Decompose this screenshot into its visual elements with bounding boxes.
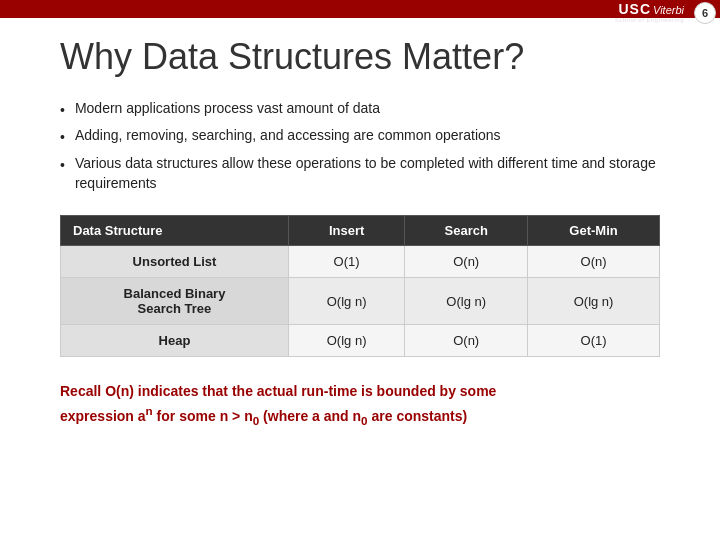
cell-heap-getmin: O(1) [528,325,660,357]
bullet-text-3: Various data structures allow these oper… [75,153,660,194]
page-title: Why Data Structures Matter? [60,36,660,78]
usc-logo: USC Viterbi School of Engineering [615,1,684,23]
cell-bst-getmin: O(lg n) [528,278,660,325]
cell-heap-insert: O(lg n) [288,325,404,357]
list-item: • Various data structures allow these op… [60,153,660,194]
bullet-dot: • [60,155,65,175]
table-header-row: Data Structure Insert Search Get-Min [61,216,660,246]
bullet-dot: • [60,127,65,147]
recall-text: Recall O(n) indicates that the actual ru… [60,383,496,424]
cell-bst-search: O(lg n) [405,278,528,325]
main-content: Why Data Structures Matter? • Modern app… [0,18,720,449]
usc-text: USC [618,1,651,17]
cell-unsorted-insert: O(1) [288,246,404,278]
bullet-dot: • [60,100,65,120]
list-item: • Adding, removing, searching, and acces… [60,125,660,147]
logo-main: USC Viterbi [618,1,684,17]
cell-bst-name: Balanced BinarySearch Tree [61,278,289,325]
col-header-structure: Data Structure [61,216,289,246]
page-number: 6 [694,2,716,24]
cell-unsorted-name: Unsorted List [61,246,289,278]
bullet-list: • Modern applications process vast amoun… [60,98,660,193]
bullet-text-1: Modern applications process vast amount … [75,98,380,118]
list-item: • Modern applications process vast amoun… [60,98,660,120]
cell-unsorted-search: O(n) [405,246,528,278]
col-header-getmin: Get-Min [528,216,660,246]
school-text: School of Engineering [615,17,684,23]
col-header-search: Search [405,216,528,246]
data-structure-table: Data Structure Insert Search Get-Min Uns… [60,215,660,357]
table-row: Heap O(lg n) O(n) O(1) [61,325,660,357]
cell-heap-name: Heap [61,325,289,357]
table-row: Unsorted List O(1) O(n) O(n) [61,246,660,278]
viterbi-text: Viterbi [653,4,684,16]
bullet-text-2: Adding, removing, searching, and accessi… [75,125,501,145]
table-row: Balanced BinarySearch Tree O(lg n) O(lg … [61,278,660,325]
recall-section: Recall O(n) indicates that the actual ru… [60,381,660,429]
top-bar: USC Viterbi School of Engineering [0,0,720,18]
cell-bst-insert: O(lg n) [288,278,404,325]
col-header-insert: Insert [288,216,404,246]
cell-unsorted-getmin: O(n) [528,246,660,278]
cell-heap-search: O(n) [405,325,528,357]
